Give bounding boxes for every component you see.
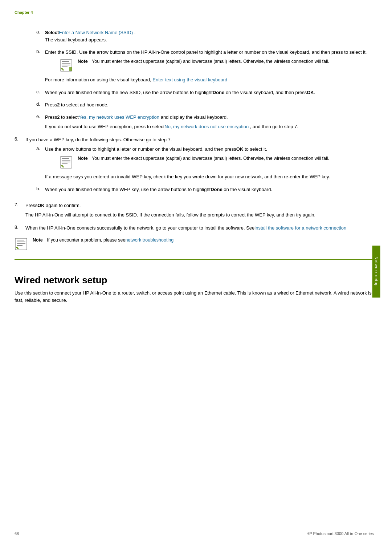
sub-content-e: Press2 to selectYes, my network uses WEP… xyxy=(45,114,374,133)
note-svg-6a: ✎ xyxy=(60,156,73,169)
step-6b-text: When you are finished entering the WEP k… xyxy=(45,186,374,193)
done-bold-c: Done xyxy=(213,90,225,95)
step-8-number: 8. xyxy=(15,224,25,234)
install-software-link[interactable]: install the software for a network conne… xyxy=(254,225,346,231)
sub-label-b: b. xyxy=(36,49,45,86)
page-footer: 68 HP Photosmart 3300 All-in-One series xyxy=(15,529,374,536)
sub-content-c: When you are finished entering the new S… xyxy=(45,89,374,98)
sub-item-e: e. Press2 to selectYes, my network uses … xyxy=(36,114,374,133)
step-6b-label: b. xyxy=(36,186,45,195)
step-7-extra: The HP All-in-One will attempt to connec… xyxy=(25,211,374,219)
sub-item-d: d. Press2 to select ad hoc mode. xyxy=(36,101,374,111)
note-icon-b: ✎ xyxy=(60,59,74,73)
ok-bold-c: OK xyxy=(307,90,314,95)
sub-label-a: a. xyxy=(36,29,45,46)
press-2-d: 2 xyxy=(57,102,60,108)
ok-bold-6a: OK xyxy=(236,146,244,152)
bottom-note-box: ✎ Note If you encounter a problem, pleas… xyxy=(15,238,374,252)
svg-rect-1 xyxy=(62,61,69,62)
sub-item-a: a. SelectEnter a New Network Name (SSID)… xyxy=(36,29,374,46)
yes-wep-link[interactable]: Yes, my network uses WEP encryption xyxy=(79,114,160,120)
bottom-note-label: Note xyxy=(33,238,43,243)
sub-e-extra: If you do not want to use WEP encryption… xyxy=(45,123,374,130)
svg-marker-5 xyxy=(69,67,72,71)
svg-rect-9 xyxy=(62,160,70,161)
wired-section-heading: Wired network setup xyxy=(15,275,374,286)
sub-c-text: When you are finished entering the new S… xyxy=(45,89,374,96)
wired-section-intro: Use this section to connect your HP All-… xyxy=(15,289,374,304)
step-6-text: If you have a WEP key, do the following … xyxy=(25,136,374,143)
note-text-6a: Note You must enter the exact uppercase … xyxy=(78,156,374,161)
sub-e-text: Press2 to selectYes, my network uses WEP… xyxy=(45,114,374,121)
press-bold-b xyxy=(343,49,344,55)
sub-d-text: Press2 to select ad hoc mode. xyxy=(45,101,374,109)
svg-text:✎: ✎ xyxy=(61,165,64,169)
visual-keyboard-appears: The visual keyboard appears. xyxy=(45,37,107,42)
svg-rect-16 xyxy=(17,243,25,244)
svg-rect-2 xyxy=(62,63,70,64)
footer-page-number: 68 xyxy=(15,531,19,536)
note-label-6a: Note xyxy=(78,156,88,161)
sub-item-b: b. Enter the SSID. Use the arrow buttons… xyxy=(36,49,374,86)
svg-rect-3 xyxy=(62,65,70,65)
sub-b-text: Enter the SSID. Use the arrow buttons on… xyxy=(45,49,374,56)
note-box-6a: ✎ Note You must enter the exact uppercas… xyxy=(60,156,374,170)
bottom-note-icon: ✎ xyxy=(15,238,29,252)
step-6a-text: Use the arrow buttons to highlight a let… xyxy=(45,146,374,153)
sub-label-e: e. xyxy=(36,114,45,133)
step-8: 8. When the HP All-in-One connects succe… xyxy=(15,224,374,234)
step-7-number: 7. xyxy=(15,202,25,221)
bottom-note-text: Note If you encounter a problem, please … xyxy=(33,238,374,243)
svg-rect-4 xyxy=(62,66,68,67)
pre-step-list: a. SelectEnter a New Network Name (SSID)… xyxy=(15,29,374,133)
svg-rect-11 xyxy=(62,163,68,164)
step-6a-label: a. xyxy=(36,146,45,183)
step-6a-extra: If a message says you entered an invalid… xyxy=(45,173,374,181)
step-6-number: 6. xyxy=(15,136,25,198)
sub-a-text: SelectEnter a New Network Name (SSID) . … xyxy=(45,29,374,44)
step-7-text: PressOK again to confirm. xyxy=(25,202,374,209)
svg-rect-8 xyxy=(62,158,69,159)
sub-content-d: Press2 to select ad hoc mode. xyxy=(45,101,374,111)
wired-section: Wired network setup Use this section to … xyxy=(15,259,374,304)
step-6: 6. If you have a WEP key, do the followi… xyxy=(15,136,374,198)
page-container: Chapter 4 Network setup a. SelectEnter a… xyxy=(0,0,392,543)
step-7: 7. PressOK again to confirm. The HP All-… xyxy=(15,202,374,221)
svg-rect-14 xyxy=(17,240,24,240)
chapter-label: Chapter 4 xyxy=(15,10,33,15)
note-svg-b: ✎ xyxy=(60,59,73,72)
step-6a-content: Use the arrow buttons to highlight a let… xyxy=(45,146,374,183)
sidebar-tab: Network setup xyxy=(372,246,380,297)
ssid-link[interactable]: Enter a New Network Name (SSID) xyxy=(59,30,133,35)
step-8-text: When the HP All-in-One connects successf… xyxy=(25,224,374,232)
sub-label-d: d. xyxy=(36,101,45,111)
svg-rect-15 xyxy=(17,242,25,242)
sub-label-c: c. xyxy=(36,89,45,98)
done-bold-6b: Done xyxy=(211,187,222,192)
step-8-content: When the HP All-in-One connects successf… xyxy=(25,224,374,234)
sub-b-extra: For more information on using the visual… xyxy=(45,76,374,84)
press-2-e: 2 xyxy=(57,114,60,120)
step-7-content: PressOK again to confirm. The HP All-in-… xyxy=(25,202,374,221)
note-box-b: ✎ Note You must enter the exact uppercas… xyxy=(60,59,374,73)
bottom-note-svg: ✎ xyxy=(15,238,28,251)
note-content-b: You must enter the exact uppercase (capi… xyxy=(92,59,329,64)
step-6b-content: When you are finished entering the WEP k… xyxy=(45,186,374,195)
step-6-content: If you have a WEP key, do the following … xyxy=(25,136,374,198)
footer-product: HP Photosmart 3300 All-in-One series xyxy=(306,531,374,536)
svg-text:✎: ✎ xyxy=(61,68,64,72)
select-bold: Select xyxy=(45,30,59,35)
sub-content-b: Enter the SSID. Use the arrow buttons on… xyxy=(45,49,374,86)
note-text-b: Note You must enter the exact uppercase … xyxy=(78,59,374,64)
step-6a: a. Use the arrow buttons to highlight a … xyxy=(36,146,374,183)
svg-text:✎: ✎ xyxy=(16,246,19,250)
bottom-note-content: If you encounter a problem, please seene… xyxy=(47,238,173,243)
step-6b: b. When you are finished entering the WE… xyxy=(36,186,374,195)
ok-bold-7: OK xyxy=(37,203,45,208)
troubleshooting-link[interactable]: network troubleshooting xyxy=(125,238,173,243)
no-encryption-link[interactable]: No, my network does not use encryption xyxy=(164,124,249,129)
sub-item-c: c. When you are finished entering the ne… xyxy=(36,89,374,98)
svg-rect-10 xyxy=(62,162,70,162)
step-6-sub-list: a. Use the arrow buttons to highlight a … xyxy=(25,146,374,195)
enter-text-link[interactable]: Enter text using the visual keyboard xyxy=(152,77,227,82)
